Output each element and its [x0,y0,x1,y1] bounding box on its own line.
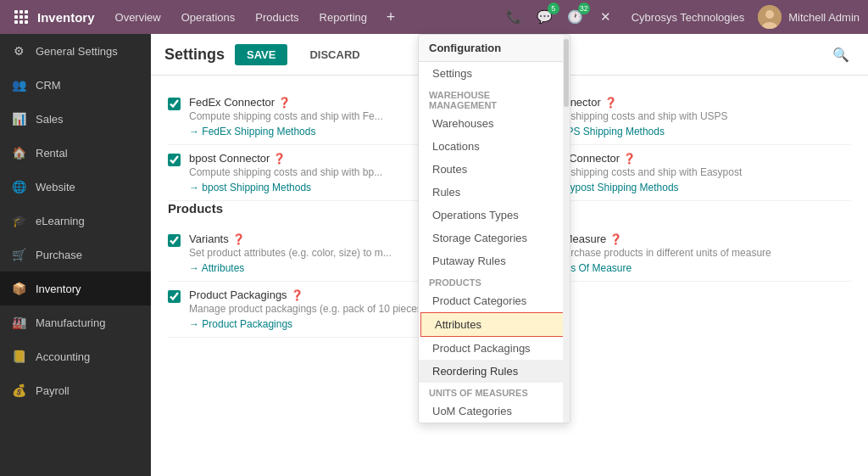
configuration-dropdown: Configuration Settings Warehouse Managem… [418,34,570,423]
grid-icon[interactable] [8,4,34,30]
messages-icon[interactable]: 💬 5 [533,5,557,29]
variants-help-icon[interactable]: ❓ [232,233,245,245]
easypost-info: ypost Connector ❓ mpute shipping costs a… [540,152,852,193]
accounting-icon: 📒 [10,348,27,365]
payroll-icon: 💰 [10,382,27,399]
dropdown-product-packagings[interactable]: Product Packagings [419,337,570,360]
sidebar-item-crm[interactable]: 👥 CRM [0,68,151,102]
sidebar-item-manufacturing[interactable]: 🏭 Manufacturing [0,305,151,339]
packagings-help-icon[interactable]: ❓ [291,289,303,301]
discard-button[interactable]: DISCARD [298,44,371,65]
usps-link[interactable]: USPS Shipping Methods [540,126,852,137]
dropdown-settings[interactable]: Settings [419,62,570,85]
usps-info: S Connector ❓ mpute shipping costs and s… [540,96,852,137]
dropdown-warehouses[interactable]: Warehouses [419,112,570,135]
dropdown-uom-categories[interactable]: UoM Categories [419,400,570,423]
svg-rect-6 [14,20,18,24]
search-button[interactable]: 🔍 [827,41,854,68]
bpost-help-icon[interactable]: ❓ [273,153,286,165]
dropdown-rules[interactable]: Rules [419,181,570,204]
easypost-desc: mpute shipping costs and ship with Easyp… [540,166,852,178]
dropdown-locations[interactable]: Locations [419,135,570,158]
dropdown-attributes[interactable]: Attributes [420,312,568,337]
nav-products[interactable]: Products [247,6,307,29]
fedex-checkbox[interactable] [168,98,181,110]
crm-icon: 👥 [10,76,27,93]
sidebar-label-website: Website [36,181,75,193]
bpost-checkbox-area[interactable] [168,154,181,169]
svg-point-10 [765,10,774,19]
purchase-icon: 🛒 [10,246,27,263]
dropdown-product-categories[interactable]: Product Categories [419,289,570,312]
dropdown-putaway-rules[interactable]: Putaway Rules [419,249,570,272]
uom-link[interactable]: Units Of Measure [540,262,852,274]
sidebar-item-elearning[interactable]: 🎓 eLearning [0,204,151,238]
packagings-checkbox-area[interactable] [168,290,181,305]
bpost-checkbox[interactable] [168,154,181,166]
nav-reporting[interactable]: Reporting [311,6,376,29]
uom-section-title: Units of Measures [419,383,570,400]
sidebar-label-rental: Rental [36,147,68,160]
close-icon[interactable]: ✕ [594,5,618,29]
sidebar-item-purchase[interactable]: 🛒 Purchase [0,238,151,272]
easypost-link[interactable]: Easypost Shipping Methods [540,182,852,193]
svg-rect-7 [19,20,23,24]
sidebar-label-sales: Sales [36,113,64,126]
nav-overview[interactable]: Overview [107,6,170,29]
gear-icon: ⚙ [10,42,27,59]
packagings-checkbox[interactable] [168,290,181,303]
dropdown-scrollbar[interactable] [563,35,570,423]
dropdown-storage-categories[interactable]: Storage Categories [419,227,570,249]
sidebar-item-general-settings[interactable]: ⚙ General Settings [0,34,151,68]
variants-checkbox[interactable] [168,234,181,247]
fedex-help-icon[interactable]: ❓ [278,97,291,109]
usps-help-icon[interactable]: ❓ [604,97,617,109]
svg-rect-4 [19,15,23,19]
sidebar-item-inventory[interactable]: 📦 Inventory [0,272,151,305]
clock-icon[interactable]: 🕐 32 [564,5,587,29]
user-name: Mitchell Admin [788,11,860,24]
sales-icon: 📊 [10,110,27,127]
uom-name: ts of Measure ❓ [540,232,852,245]
uom-help-icon[interactable]: ❓ [609,233,622,245]
easypost-name: ypost Connector ❓ [540,152,852,165]
products-section-dd-title: Products [419,272,570,289]
company-name: Cybrosys Technologies [632,11,744,24]
svg-rect-3 [14,15,18,19]
nav-icons: 📞 💬 5 🕐 32 ✕ Cybrosys Technologies Mitch… [503,5,860,29]
sidebar-label-payroll: Payroll [36,384,70,397]
inventory-icon: 📦 [10,280,27,297]
svg-rect-0 [14,10,18,14]
sidebar-item-accounting[interactable]: 📒 Accounting [0,339,151,373]
website-icon: 🌐 [10,178,27,195]
search-area: 🔍 [827,41,854,68]
dropdown-header: Configuration [419,35,570,62]
sidebar-item-website[interactable]: 🌐 Website [0,170,151,204]
nav-operations[interactable]: Operations [173,6,244,29]
dropdown-reordering-rules[interactable]: Reordering Rules [419,360,570,383]
svg-rect-5 [25,15,28,19]
svg-rect-8 [25,20,28,24]
save-button[interactable]: SAVE [235,44,287,65]
phone-icon[interactable]: 📞 [503,5,526,29]
messages-badge: 5 [548,3,559,14]
elearning-icon: 🎓 [10,212,27,229]
user-avatar[interactable] [758,5,782,29]
add-button[interactable]: + [379,5,403,29]
dropdown-operations-types[interactable]: Operations Types [419,204,570,227]
sidebar-item-sales[interactable]: 📊 Sales [0,102,151,136]
sidebar: ⚙ General Settings 👥 CRM 📊 Sales 🏠 Renta… [0,34,151,476]
app-name: Inventory [37,10,95,25]
fedex-checkbox-area[interactable] [168,98,181,113]
warehouse-section-title: Warehouse Management [419,85,570,112]
sidebar-item-rental[interactable]: 🏠 Rental [0,136,151,170]
easypost-help-icon[interactable]: ❓ [623,153,636,165]
sidebar-item-payroll[interactable]: 💰 Payroll [0,373,151,407]
variants-checkbox-area[interactable] [168,234,181,249]
svg-rect-1 [19,10,23,14]
rental-icon: 🏠 [10,144,27,161]
clock-badge: 32 [578,3,590,14]
dropdown-routes[interactable]: Routes [419,158,570,181]
usps-desc: mpute shipping costs and ship with USPS [540,110,852,122]
sidebar-label-crm: CRM [36,79,61,92]
